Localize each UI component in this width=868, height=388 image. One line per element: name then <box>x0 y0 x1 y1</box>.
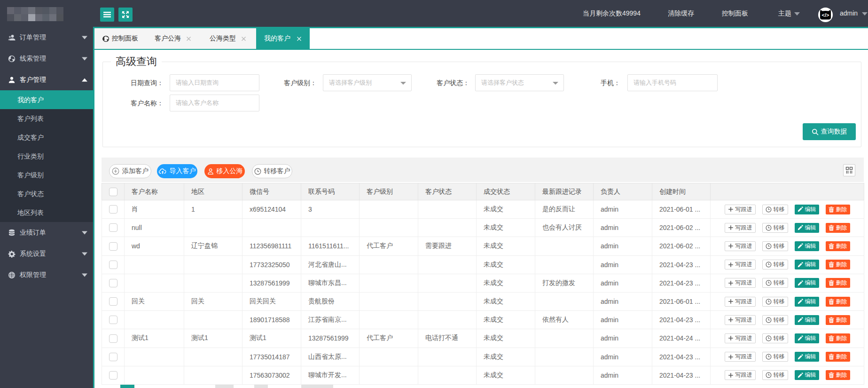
svg-text:</>: </> <box>822 12 829 18</box>
